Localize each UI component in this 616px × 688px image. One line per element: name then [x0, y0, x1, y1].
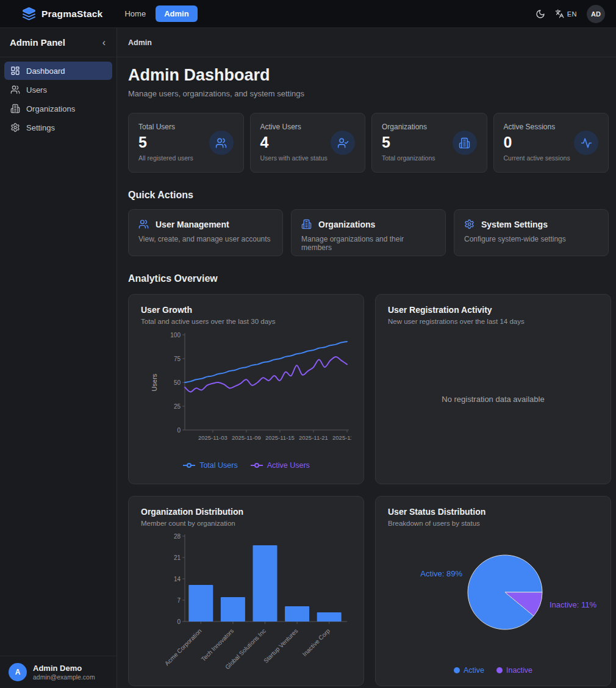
- stat-desc: Current active sessions: [504, 154, 570, 162]
- chart-subtitle: Member count by organization: [141, 520, 351, 527]
- legend-dot-icon: [496, 667, 503, 673]
- gear-icon: [10, 123, 20, 132]
- user-status-card: User Status Distribution Breakdown of us…: [375, 496, 611, 686]
- empty-state-message: No registration data available: [442, 395, 544, 404]
- stat-value: 5: [382, 134, 435, 151]
- gear-icon: [464, 219, 475, 229]
- legend-marker-icon: [250, 462, 263, 468]
- topbar: PragmaStack Home Admin EN AD: [0, 0, 616, 28]
- building-icon: [301, 219, 312, 229]
- page-title: Admin Dashboard: [128, 66, 609, 85]
- brand-name: PragmaStack: [41, 9, 102, 20]
- quick-action-system-settings[interactable]: System Settings Configure system-wide se…: [454, 209, 609, 256]
- svg-text:Tech Innovators: Tech Innovators: [200, 627, 235, 662]
- sidebar-item-users[interactable]: Users: [4, 81, 112, 99]
- legend-item[interactable]: Total Users: [182, 461, 238, 470]
- chart-subtitle: Breakdown of users by status: [388, 520, 598, 527]
- svg-text:75: 75: [174, 356, 181, 362]
- layers-logo-icon: [22, 7, 36, 21]
- legend-item[interactable]: Inactive: [496, 666, 532, 675]
- stat-desc: Users with active status: [260, 154, 328, 162]
- admin-sidebar: Admin Panel ‹ Dashboard: [0, 28, 117, 688]
- user-name: Admin Demo: [33, 664, 95, 673]
- svg-text:25: 25: [174, 403, 181, 410]
- stat-title: Active Sessions: [504, 123, 570, 131]
- quick-action-user-management[interactable]: User Management View, create, and manage…: [128, 209, 283, 256]
- top-navigation: Home Admin: [121, 5, 197, 22]
- brand[interactable]: PragmaStack: [22, 7, 102, 21]
- user-status-legend: ActiveInactive: [454, 666, 532, 675]
- language-selector[interactable]: EN: [555, 9, 577, 18]
- svg-text:Inactive: 11%: Inactive: 11%: [550, 600, 597, 609]
- stat-desc: Total organizations: [382, 154, 435, 162]
- moon-icon: [535, 9, 545, 19]
- quick-action-desc: Configure system-wide settings: [464, 235, 598, 243]
- user-check-icon: [331, 131, 355, 155]
- quick-action-desc: View, create, and manage user accounts: [138, 235, 273, 243]
- stat-value: 5: [138, 134, 193, 151]
- svg-text:Startup Ventures: Startup Ventures: [262, 627, 299, 664]
- sidebar-item-settings[interactable]: Settings: [4, 118, 112, 137]
- svg-text:2025-11-15: 2025-11-15: [265, 434, 295, 441]
- legend-marker-icon: [182, 462, 196, 468]
- user-avatar[interactable]: AD: [587, 5, 605, 23]
- legend-label: Active Users: [267, 461, 310, 470]
- svg-text:21: 21: [174, 554, 181, 561]
- breadcrumb: Admin: [117, 28, 616, 57]
- chart-title: User Status Distribution: [388, 507, 598, 517]
- sidebar-header: Admin Panel ‹: [0, 28, 116, 57]
- topbar-actions: EN AD: [535, 5, 605, 23]
- dashboard-content: Admin Dashboard Manage users, organizati…: [117, 57, 616, 686]
- sidebar-item-organizations[interactable]: Organizations: [4, 99, 112, 118]
- sidebar-collapse-button[interactable]: ‹: [100, 37, 108, 48]
- stat-desc: All registered users: [138, 154, 193, 162]
- svg-text:7: 7: [177, 597, 181, 603]
- user-growth-legend: Total UsersActive Users: [182, 461, 310, 470]
- svg-text:50: 50: [174, 379, 181, 386]
- registration-activity-card: User Registration Activity New user regi…: [375, 294, 611, 484]
- users-icon: [209, 131, 234, 155]
- nav-admin[interactable]: Admin: [156, 5, 197, 22]
- nav-home[interactable]: Home: [121, 5, 149, 22]
- quick-action-title: System Settings: [481, 220, 548, 229]
- stat-value: 0: [504, 134, 570, 151]
- analytics-heading: Analytics Overview: [128, 273, 609, 284]
- users-icon: [138, 219, 149, 229]
- dark-mode-toggle[interactable]: [535, 9, 545, 19]
- stat-card-organizations: Organizations 5 Total organizations: [371, 113, 487, 173]
- dashboard-grid-icon: [10, 66, 20, 76]
- building-icon: [453, 131, 477, 155]
- legend-item[interactable]: Active: [454, 666, 484, 675]
- sidebar-user[interactable]: A Admin Demo admin@example.com: [0, 656, 116, 688]
- stat-title: Total Users: [138, 123, 193, 131]
- stat-title: Organizations: [382, 123, 435, 131]
- legend-item[interactable]: Active Users: [250, 461, 310, 470]
- quick-actions-row: User Management View, create, and manage…: [128, 209, 609, 256]
- user-growth-line-chart: 02550751002025-11-032025-11-092025-11-15…: [141, 330, 351, 455]
- user-growth-card: User Growth Total and active users over …: [128, 294, 364, 484]
- page-subtitle: Manage users, organizations, and system …: [128, 89, 609, 98]
- chart-title: Organization Distribution: [141, 507, 351, 517]
- sidebar-item-dashboard[interactable]: Dashboard: [4, 62, 112, 80]
- quick-action-organizations[interactable]: Organizations Manage organizations and t…: [291, 209, 446, 256]
- sidebar-item-label: Dashboard: [26, 66, 65, 76]
- legend-dot-icon: [454, 667, 460, 673]
- svg-text:2025-11-09: 2025-11-09: [232, 434, 261, 441]
- building-icon: [10, 104, 20, 113]
- svg-text:Inactive Corp: Inactive Corp: [301, 627, 332, 658]
- breadcrumb-admin[interactable]: Admin: [128, 38, 152, 47]
- sidebar-title: Admin Panel: [10, 37, 65, 48]
- stat-card-active-users: Active Users 4 Users with active status: [250, 113, 366, 173]
- sidebar-item-label: Settings: [26, 123, 55, 132]
- activity-icon: [574, 131, 598, 155]
- svg-text:2025-11-27: 2025-11-27: [332, 434, 351, 441]
- user-initial-avatar: A: [9, 663, 27, 681]
- quick-actions-heading: Quick Actions: [128, 190, 609, 201]
- sidebar-item-label: Users: [26, 85, 47, 95]
- users-icon: [10, 85, 20, 95]
- stat-card-total-users: Total Users 5 All registered users: [128, 113, 244, 173]
- sidebar-nav: Dashboard Users: [0, 57, 116, 656]
- language-code: EN: [567, 10, 577, 18]
- translate-icon: [555, 9, 564, 18]
- chart-title: User Growth: [141, 305, 351, 315]
